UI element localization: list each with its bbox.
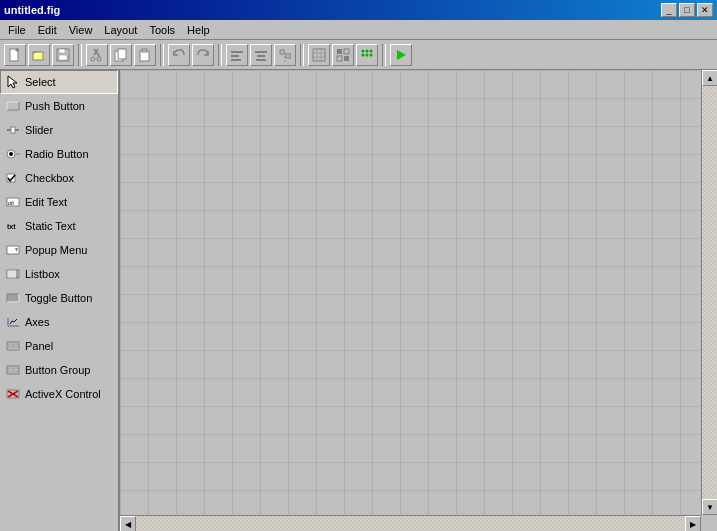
svg-rect-43 [11, 127, 15, 133]
toolbox-select[interactable]: Select [0, 70, 118, 94]
toolbox-radiobutton[interactable]: Radio Button [0, 142, 118, 166]
close-button[interactable]: ✕ [697, 3, 713, 17]
toolbar-open-button[interactable] [28, 44, 50, 66]
scrollbar-horizontal[interactable]: ◀ ▶ [120, 515, 701, 531]
svg-rect-67 [8, 368, 12, 372]
toolbar-save-button[interactable] [52, 44, 74, 66]
buttongroup-icon [5, 362, 21, 378]
svg-rect-39 [7, 102, 19, 110]
toolbar-align1-button[interactable] [226, 44, 248, 66]
scroll-down-button[interactable]: ▼ [702, 499, 717, 515]
canvas-inner[interactable] [120, 70, 701, 515]
slider-icon [5, 122, 21, 138]
menu-bar: File Edit View Layout Tools Help [0, 20, 717, 40]
toolbar-cut-button[interactable] [86, 44, 108, 66]
menu-edit[interactable]: Edit [32, 20, 63, 39]
svg-marker-38 [8, 76, 17, 88]
toolbar [0, 40, 717, 70]
toolbar-paste-button[interactable] [134, 44, 156, 66]
svg-rect-4 [59, 55, 67, 60]
svg-rect-64 [9, 344, 13, 347]
edittext-icon: ab [5, 194, 21, 210]
toolbar-sep-4 [300, 44, 304, 66]
toolbar-copy-button[interactable] [110, 44, 132, 66]
toolbox-statictext-label: Static Text [25, 220, 76, 232]
statictext-icon: txt [5, 218, 21, 234]
scroll-track-horizontal[interactable] [136, 516, 685, 531]
toolbar-redo-button[interactable] [192, 44, 214, 66]
toolbox-checkbox[interactable]: Checkbox [0, 166, 118, 190]
grid-canvas[interactable] [120, 70, 701, 515]
toolbox-listbox[interactable]: Listbox [0, 262, 118, 286]
toolbox-popupmenu[interactable]: Popup Menu [0, 238, 118, 262]
svg-point-34 [362, 53, 365, 56]
title-bar: untitled.fig _ □ ✕ [0, 0, 717, 20]
toolbox-statictext[interactable]: txt Static Text [0, 214, 118, 238]
toolbox-pushbutton-label: Push Button [25, 100, 85, 112]
toolbox-slider-label: Slider [25, 124, 53, 136]
toolbox-axes-label: Axes [25, 316, 49, 328]
toolbox-checkbox-label: Checkbox [25, 172, 74, 184]
toolbar-grid1-button[interactable] [308, 44, 330, 66]
toolbox-slider[interactable]: Slider [0, 118, 118, 142]
toolbar-grid3-button[interactable] [356, 44, 378, 66]
menu-help[interactable]: Help [181, 20, 216, 39]
toolbar-sep-3 [218, 44, 222, 66]
minimize-button[interactable]: _ [661, 3, 677, 17]
scroll-left-button[interactable]: ◀ [120, 516, 136, 531]
svg-point-36 [370, 53, 373, 56]
toolbar-undo-button[interactable] [168, 44, 190, 66]
toolbar-align3-button[interactable] [274, 44, 296, 66]
toolbox-togglebutton-label: Toggle Button [25, 292, 92, 304]
toolbar-sep-2 [160, 44, 164, 66]
maximize-button[interactable]: □ [679, 3, 695, 17]
svg-rect-29 [337, 56, 342, 61]
toolbar-grid2-button[interactable] [332, 44, 354, 66]
svg-rect-13 [231, 51, 243, 53]
scrollbar-vertical[interactable]: ▲ ▼ [701, 70, 717, 515]
toolbox-axes[interactable]: Axes [0, 310, 118, 334]
svg-point-8 [97, 57, 101, 61]
svg-text:txt: txt [7, 223, 16, 230]
svg-rect-20 [286, 54, 290, 58]
toolbox-buttongroup[interactable]: Button Group [0, 358, 118, 382]
svg-rect-28 [344, 49, 349, 54]
activex-icon [5, 386, 21, 402]
svg-point-33 [370, 49, 373, 52]
svg-rect-27 [337, 49, 342, 54]
svg-point-45 [9, 152, 13, 156]
svg-rect-14 [231, 55, 239, 57]
menu-layout[interactable]: Layout [98, 20, 143, 39]
toolbox-edittext[interactable]: ab Edit Text [0, 190, 118, 214]
svg-rect-15 [231, 59, 241, 61]
toolbox-popupmenu-label: Popup Menu [25, 244, 87, 256]
menu-tools[interactable]: Tools [143, 20, 181, 39]
toolbox-togglebutton[interactable]: Toggle Button [0, 286, 118, 310]
toolbox-panel[interactable]: Panel [0, 334, 118, 358]
scroll-track-vertical[interactable] [702, 86, 717, 499]
title-bar-buttons: _ □ ✕ [661, 3, 713, 17]
scroll-right-button[interactable]: ▶ [685, 516, 701, 531]
menu-file[interactable]: File [2, 20, 32, 39]
pushbutton-icon [5, 98, 21, 114]
toolbox-pushbutton[interactable]: Push Button [0, 94, 118, 118]
toolbar-new-button[interactable] [4, 44, 26, 66]
toolbox-buttongroup-label: Button Group [25, 364, 90, 376]
svg-point-7 [91, 57, 95, 61]
toolbar-run-button[interactable] [390, 44, 412, 66]
toolbar-align2-button[interactable] [250, 44, 272, 66]
canvas-area[interactable]: ▲ ▼ ◀ ▶ [120, 70, 717, 531]
togglebutton-icon [5, 290, 21, 306]
radiobutton-icon [5, 146, 21, 162]
svg-rect-12 [142, 49, 147, 52]
svg-rect-17 [257, 55, 265, 57]
menu-view[interactable]: View [63, 20, 99, 39]
toolbox-listbox-label: Listbox [25, 268, 60, 280]
panel-icon [5, 338, 21, 354]
toolbox-activex[interactable]: ActiveX Control [0, 382, 118, 406]
toolbox-select-label: Select [25, 76, 56, 88]
select-icon [5, 74, 21, 90]
svg-point-35 [366, 53, 369, 56]
svg-rect-58 [7, 294, 19, 302]
scroll-up-button[interactable]: ▲ [702, 70, 717, 86]
